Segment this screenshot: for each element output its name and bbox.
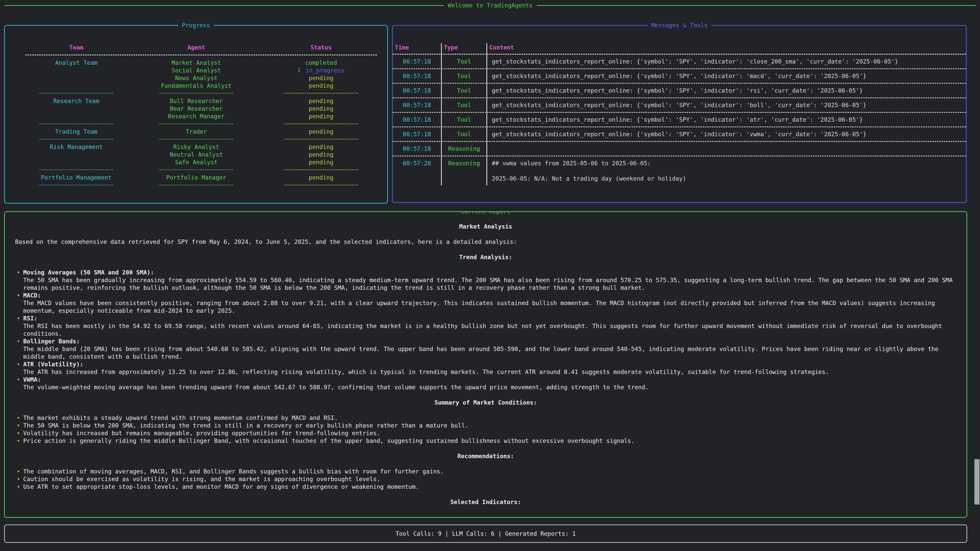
message-row: 00:57:20 Reasoning ## vwma values from 2… [393, 156, 966, 186]
bullet-text: The market exhibits a steady upward tren… [23, 414, 338, 421]
report-section-heading: Trend Analysis: [15, 253, 956, 261]
progress-row: Trading Team Trader pending [25, 128, 377, 135]
report-section-heading: Summary of Market Conditions: [15, 399, 956, 407]
terminal-screen: Welcome to TradingAgents Progress TeamAg… [0, 0, 980, 551]
message-content: get_stockstats_indicators_report_online:… [487, 69, 966, 83]
bullet-text: Use ATR to set appropriate stop-loss lev… [23, 483, 419, 490]
report-bullet: •Volatility has increased but remains ma… [15, 429, 956, 437]
progress-row: Research Manager pending [25, 113, 377, 120]
message-type: Reasoning [442, 142, 487, 156]
status-badge: pending [265, 97, 377, 105]
bullet-icon: • [17, 483, 20, 491]
agent-name: News Analyst [127, 74, 265, 82]
progress-row: Fundamentals Analyst pending [25, 82, 377, 89]
message-content: ## vwma values from 2025-05-06 to 2025-0… [487, 156, 966, 186]
agent-name: Portfolio Manager [127, 174, 265, 181]
bullet-text: The 50 SMA has been gradually increasing… [23, 277, 953, 291]
bullet-text: Volatility has increased but remains man… [23, 430, 380, 437]
progress-col-status: Status [265, 44, 377, 51]
message-row: 00:57:18 Tool get_stockstats_indicators_… [393, 55, 966, 69]
bullet-icon: • [17, 268, 20, 276]
team-name [25, 74, 127, 82]
bullet-icon: • [17, 376, 20, 383]
report-bullet: •Moving Averages (50 SMA and 200 SMA):Th… [15, 268, 956, 292]
bullet-icon: • [17, 468, 20, 475]
team-name: Trading Team [25, 128, 127, 135]
message-type: Tool [442, 84, 487, 97]
agent-name: Trader [127, 128, 265, 135]
messages-panel-title: Messages & Tools [648, 21, 711, 29]
report-section-heading: Selected Indicators: [15, 498, 956, 506]
report-bullet: •Price action is generally riding the mi… [15, 437, 956, 445]
bullet-icon: • [17, 292, 20, 299]
messages-col-content: Content [487, 43, 966, 54]
message-time: 00:57:18 [393, 127, 442, 141]
message-row: 00:57:18 Tool get_stockstats_indicators_… [393, 127, 966, 142]
message-type: Tool [442, 113, 487, 127]
message-time: 00:57:18 [393, 98, 442, 112]
status-badge: pending [265, 143, 377, 151]
report-bullet: •VWMA:The volume-weighted moving average… [15, 376, 956, 391]
agent-name: Research Manager [127, 113, 265, 120]
message-row: 00:57:18 Reasoning [393, 142, 966, 156]
progress-header-rule [25, 55, 377, 56]
message-time: 00:57:18 [393, 69, 442, 83]
bullet-text: The ATR has increased from approximately… [23, 368, 829, 375]
bullet-icon: • [17, 314, 20, 322]
progress-row: Safe Analyst pending [25, 159, 377, 166]
message-content: get_stockstats_indicators_report_online:… [487, 127, 966, 141]
bullet-icon: • [17, 437, 20, 445]
report-title: Market Analysis [15, 223, 956, 230]
messages-table: TimeTypeContent 00:57:18 Tool get_stocks… [393, 43, 966, 186]
report-bullet: •The market exhibits a steady upward tre… [15, 414, 956, 422]
welcome-header: Welcome to TradingAgents [5, 2, 976, 9]
progress-col-team: Team [25, 44, 127, 51]
status-badge: pending [265, 74, 377, 82]
team-name: Research Team [25, 97, 127, 105]
progress-panel-title: Progress [178, 21, 214, 29]
agent-name: Safe Analyst [127, 159, 265, 166]
agent-name: Fundamentals Analyst [127, 82, 265, 89]
bullet-icon: • [17, 338, 20, 345]
team-name [25, 113, 127, 120]
team-name [25, 105, 127, 113]
message-row: 00:57:18 Tool get_stockstats_indicators_… [393, 69, 966, 84]
report-section-heading: Recommendations: [15, 452, 956, 460]
report-bullet: •The combination of moving averages, MAC… [15, 468, 956, 475]
bullet-label: VWMA: [23, 376, 956, 383]
section-separator [25, 135, 377, 143]
messages-header-row: TimeTypeContent [393, 43, 966, 55]
message-time: 00:57:18 [393, 55, 442, 68]
report-bullet: •MACD:The MACD values have been consiste… [15, 292, 956, 314]
team-name [25, 159, 127, 166]
bullet-label: RSI: [23, 314, 956, 322]
scrollbar-thumb[interactable] [974, 459, 980, 505]
progress-col-agent: Agent [127, 44, 265, 51]
message-content: get_stockstats_indicators_report_online:… [487, 55, 966, 68]
message-row: 00:57:18 Tool get_stockstats_indicators_… [393, 84, 966, 98]
bullet-icon: • [17, 414, 20, 422]
team-name: Portfolio Management [25, 174, 127, 181]
progress-row: News Analyst pending [25, 74, 377, 82]
report-body: Market AnalysisBased on the comprehensiv… [5, 212, 966, 506]
progress-row: Research Team Bull Researcher pending [25, 97, 377, 105]
section-separator [25, 89, 377, 97]
status-badge: completed [265, 59, 377, 67]
team-name: Risk Management [25, 143, 127, 151]
progress-table: TeamAgentStatus Analyst Team Market Anal… [5, 26, 387, 189]
progress-row: Social Analyst ⠇ in_progress [25, 67, 377, 74]
status-badge: pending [265, 105, 377, 113]
message-type: Tool [442, 55, 487, 68]
report-bullet: •Use ATR to set appropriate stop-loss le… [15, 483, 956, 491]
bullet-text: Caution should be exercised as volatilit… [23, 476, 380, 483]
progress-panel: Progress TeamAgentStatus Analyst Team Ma… [4, 25, 388, 203]
report-panel-title: Current Report [457, 211, 514, 215]
report-bullet: •Caution should be exercised as volatili… [15, 475, 956, 483]
agent-name: Neutral Analyst [127, 151, 265, 159]
status-badge: pending [265, 82, 377, 89]
status-badge: pending [265, 113, 377, 120]
header-rule-left [5, 5, 444, 6]
header-rule-right [537, 5, 976, 6]
agent-name: Bull Researcher [127, 97, 265, 105]
bullet-text: The MACD values have been consistently p… [23, 300, 935, 314]
